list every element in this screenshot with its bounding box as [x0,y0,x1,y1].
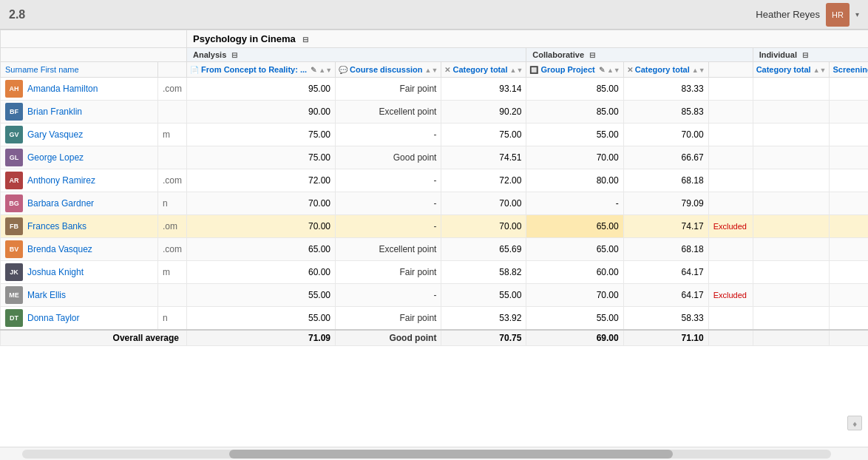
student-name-link[interactable]: Mark Ellis [27,290,66,300]
student-name-link[interactable]: Brenda Vasquez [27,244,92,254]
from-concept-cell: 95.00 [187,78,336,101]
from-concept-sort-icon[interactable]: ▲▼ [319,67,332,74]
user-avatar: HR [826,3,850,27]
from-concept-column-header[interactable]: 📄 From Concept to Reality: ... ✎ ▲▼ [187,62,336,78]
student-name-link[interactable]: Frances Banks [27,221,87,231]
cat-total-1-sort-icon[interactable]: ▲▼ [510,67,523,74]
excluded-col-header [708,62,753,78]
email-partial-cell: .com [158,169,187,192]
table-row: BG Barbara Gardner n 70.00 - 70.00 - 79.… [1,192,869,215]
student-name-cell[interactable]: AH Amanda Hamilton [1,78,158,101]
student-name-link[interactable]: George Lopez [27,152,84,163]
excluded-cell [708,192,753,215]
screening-1-cell: Absent [830,261,868,284]
table-row: JK Joshua Knight m 60.00 Fair point 58.8… [1,261,869,284]
individual-score-cell [753,215,830,238]
group-project-cell: 55.00 [526,307,623,331]
scroll-track [22,450,831,459]
table-wrapper[interactable]: Psychology in Cinema ⊟ Analysis ⊟ Collab… [0,30,868,447]
student-name-cell[interactable]: BG Barbara Gardner [1,192,158,215]
cat-total-1-column-header[interactable]: ✕ Category total ▲▼ [441,62,526,78]
group-project-column-header[interactable]: 🔲 Group Project ✎ ▲▼ [526,62,623,78]
student-name-cell[interactable]: GV Gary Vasquez [1,124,158,146]
group-project-cell: 65.00 [526,215,623,238]
individual-score-cell [753,101,830,124]
email-column-header [158,62,187,78]
course-discussion-label: Course discussion [350,65,422,74]
student-name-cell[interactable]: BV Brenda Vasquez [1,238,158,261]
screening-1-cell: Absent [830,101,868,124]
student-name-cell[interactable]: BF Brian Franklin [1,101,158,124]
category-header-row: Analysis ⊟ Collaborative ⊟ Individual ⊟ … [1,48,869,62]
excluded-cell [708,307,753,331]
from-concept-cell: 70.00 [187,192,336,215]
individual-score-cell [753,146,830,169]
overall-cat-total-2: 71.10 [623,330,708,346]
user-info: Heather Reyes HR ▾ [756,3,859,27]
cat-total-1-cell: 55.00 [441,284,526,307]
move-icon[interactable]: ⬧ [847,416,862,430]
cat-total-1-cell: 70.00 [441,192,526,215]
overall-group-project: 69.00 [526,330,623,346]
scroll-thumb[interactable] [229,450,673,459]
course-discussion-column-header[interactable]: 💬 Course discussion ▲▼ [336,62,441,78]
student-name-cell[interactable]: JK Joshua Knight [1,261,158,284]
student-name-link[interactable]: Brian Franklin [27,106,82,117]
table-row: AH Amanda Hamilton .com 95.00 Fair point… [1,78,869,101]
course-discussion-cell: - [336,169,441,192]
student-name-cell[interactable]: AR Anthony Ramirez [1,169,158,192]
student-name-link[interactable]: Anthony Ramirez [27,175,95,186]
group-project-sort-icon[interactable]: ▲▼ [607,67,620,74]
student-name-link[interactable]: Joshua Knight [27,267,84,277]
student-name-cell[interactable]: ME Mark Ellis [1,284,158,307]
from-concept-cell: 72.00 [187,169,336,192]
collaborative-collapse-icon[interactable]: ⊟ [589,51,595,59]
student-avatar: BG [5,195,23,212]
screening-1-column-header[interactable]: Screening 1 ✎ ▲▼ [830,62,868,78]
excluded-cell: Excluded [708,215,753,238]
student-name-link[interactable]: Barbara Gardner [27,198,94,209]
student-name-cell[interactable]: GL George Lopez [1,146,158,169]
cat-total-2-cell: 64.17 [623,261,708,284]
student-name-cell[interactable]: FB Frances Banks [1,215,158,238]
cat-total-1-cell: 90.20 [441,101,526,124]
individual-cat-total-column-header[interactable]: Category total ▲▼ [753,62,830,78]
student-avatar: BF [5,103,23,121]
table-row: GL George Lopez 75.00 Good point 74.51 7… [1,146,869,169]
email-partial-cell: n [158,192,187,215]
course-collapse-icon[interactable]: ⊟ [302,35,308,44]
individual-collapse-icon[interactable]: ⊟ [802,51,808,59]
individual-score-cell [753,284,830,307]
group-project-cell: 70.00 [526,284,623,307]
overall-course-discussion: Good point [336,330,441,346]
email-partial-cell: .om [158,215,187,238]
user-dropdown-arrow[interactable]: ▾ [855,10,859,18]
individual-cat-total-sort-icon[interactable]: ▲▼ [813,67,827,74]
student-name-link[interactable]: Amanda Hamilton [27,84,98,94]
table-row: DT Donna Taylor n 55.00 Fair point 53.92… [1,307,869,331]
table-row: BF Brian Franklin 90.00 Excellent point … [1,101,869,124]
screening-1-cell: Absent [830,146,868,169]
cat-total-2-cell: 68.18 [623,169,708,192]
screening-1-cell: - [830,78,868,101]
student-name-link[interactable]: Donna Taylor [27,313,80,323]
cat-total-2-sort-icon[interactable]: ▲▼ [692,67,705,74]
cat-total-1-label: Category total [452,65,507,74]
cat-total-1-cell: 65.69 [441,238,526,261]
from-concept-edit-icon[interactable]: ✎ [311,66,316,74]
course-discussion-cell: - [336,284,441,307]
group-project-edit-icon[interactable]: ✎ [599,66,605,74]
analysis-collapse-icon[interactable]: ⊟ [231,51,237,59]
scroll-footer[interactable] [0,447,868,460]
student-avatar: JK [5,263,23,281]
course-discussion-sort-icon[interactable]: ▲▼ [425,67,438,74]
gradebook-table: Psychology in Cinema ⊟ Analysis ⊟ Collab… [0,30,868,346]
email-partial-cell [158,146,187,169]
cat-total-2-cell: 85.83 [623,101,708,124]
name-column-header[interactable]: Surname First name [1,62,158,78]
group-project-cell: 85.00 [526,101,623,124]
student-name-cell[interactable]: DT Donna Taylor [1,307,158,331]
student-name-link[interactable]: Gary Vasquez [27,129,83,140]
cat-total-2-column-header[interactable]: ✕ Category total ▲▼ [623,62,708,78]
student-avatar: AR [5,172,23,189]
